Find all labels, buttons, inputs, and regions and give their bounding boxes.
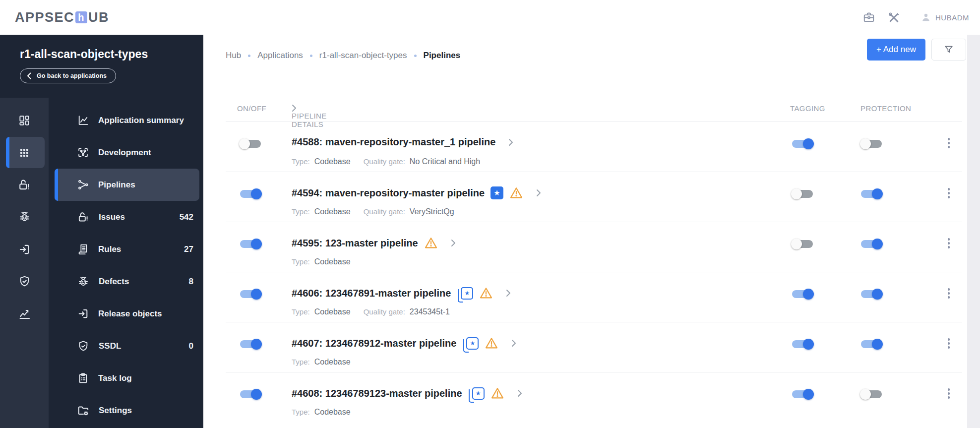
sidebar-item-label: Pipelines — [98, 180, 193, 190]
sidebar-item-application-summary[interactable]: Application summary — [55, 104, 199, 136]
pipeline-title[interactable]: #4595: 123-master pipeline — [292, 238, 418, 249]
breadcrumb-dot-icon — [310, 55, 312, 57]
sidebar-item-defects[interactable]: Defects 8 — [55, 265, 199, 298]
tagging-toggle[interactable] — [792, 240, 813, 248]
sidebar-item-rules[interactable]: Rules 27 — [55, 233, 199, 265]
pipeline-title[interactable]: #4608: 12346789123-master pipeline — [292, 388, 462, 399]
chart-line-icon — [77, 114, 89, 126]
pipeline-row: #4606: 123467891-master pipeline ★ Type:… — [226, 272, 962, 322]
tools-icon[interactable] — [887, 11, 901, 24]
bug-icon — [77, 275, 90, 288]
pipeline-enabled-toggle[interactable] — [240, 390, 261, 398]
tagging-toggle[interactable] — [792, 190, 813, 198]
chevron-right-icon — [292, 104, 297, 112]
chevron-right-icon[interactable] — [506, 289, 511, 297]
breadcrumb-application-name[interactable]: r1-all-scan-object-types — [319, 51, 407, 61]
row-menu-kebab-icon[interactable] — [945, 188, 953, 198]
pipeline-enabled-toggle[interactable] — [240, 140, 261, 148]
filter-button[interactable] — [931, 39, 966, 61]
rail-bug-icon[interactable] — [0, 201, 49, 233]
tagging-toggle[interactable] — [792, 140, 813, 148]
sidebar-item-release-objects[interactable]: Release objects — [55, 298, 199, 330]
type-label: Type: — [292, 408, 310, 416]
rail-release-icon[interactable] — [0, 233, 49, 265]
chevron-right-icon[interactable] — [511, 339, 516, 347]
user-menu[interactable]: HUBADM — [920, 12, 969, 23]
go-back-label: Go back to applications — [37, 72, 107, 79]
type-value: Codebase — [314, 207, 351, 216]
column-pipeline-details[interactable]: PIPELINE DETAILS — [292, 104, 297, 112]
rail-dashboard-icon[interactable] — [0, 104, 49, 136]
starred-stack-icon: ★ — [472, 387, 485, 400]
logo-h-icon: h — [75, 11, 87, 23]
warning-icon — [490, 387, 504, 400]
sidebar-item-issues[interactable]: Issues 542 — [55, 201, 199, 233]
type-label: Type: — [292, 157, 310, 166]
sidebar-item-development[interactable]: Development — [55, 136, 199, 169]
pipeline-enabled-toggle[interactable] — [240, 240, 261, 248]
app-logo: APPSEC h UB — [15, 10, 109, 25]
pipeline-title[interactable]: #4588: maven-repository-master_1 pipelin… — [292, 136, 495, 148]
sidebar-item-label: Issues — [99, 212, 180, 222]
breadcrumb-applications[interactable]: Applications — [257, 51, 303, 61]
protection-toggle[interactable] — [861, 340, 882, 348]
type-value: Codebase — [314, 408, 351, 417]
pipeline-enabled-toggle[interactable] — [240, 190, 261, 198]
chevron-right-icon[interactable] — [451, 239, 456, 247]
chevron-right-icon[interactable] — [508, 138, 513, 146]
pipeline-enabled-toggle[interactable] — [240, 290, 261, 298]
rail-applications-icon[interactable] — [0, 136, 49, 169]
main-content: Hub Applications r1-all-scan-object-type… — [203, 35, 980, 428]
breadcrumb: Hub Applications r1-all-scan-object-type… — [226, 45, 460, 66]
sidebar-item-ssdl[interactable]: SSDL 0 — [55, 330, 199, 362]
shield-check-icon — [77, 340, 90, 353]
tagging-toggle[interactable] — [792, 390, 813, 398]
tagging-toggle[interactable] — [792, 290, 813, 298]
pipeline-title[interactable]: #4607: 1234678912-master pipeline — [292, 338, 456, 349]
rail-lock-alert-icon[interactable] — [0, 169, 49, 201]
sidebar-item-label: Rules — [98, 245, 184, 254]
add-new-button[interactable]: + Add new — [867, 39, 925, 61]
protection-toggle[interactable] — [861, 140, 882, 148]
top-actions: HUBADM — [862, 11, 969, 24]
sidebar-item-count: 27 — [184, 245, 193, 254]
tagging-toggle[interactable] — [792, 340, 813, 348]
row-menu-kebab-icon[interactable] — [945, 338, 953, 349]
go-back-button[interactable]: Go back to applications — [20, 68, 116, 83]
row-menu-kebab-icon[interactable] — [945, 138, 953, 148]
pipeline-title[interactable]: #4606: 123467891-master pipeline — [292, 288, 451, 299]
scrollbar-track[interactable] — [967, 35, 980, 428]
protection-toggle[interactable] — [861, 290, 882, 298]
type-value: Codebase — [314, 157, 351, 166]
breadcrumb-hub[interactable]: Hub — [226, 51, 241, 61]
starred-stack-icon: ★ — [461, 287, 473, 300]
icon-rail — [0, 98, 49, 428]
quality-gate-value: No Critical and High — [410, 157, 480, 166]
protection-toggle[interactable] — [861, 240, 882, 248]
column-protection: PROTECTION — [860, 104, 911, 113]
row-menu-kebab-icon[interactable] — [945, 388, 953, 399]
sidebar-item-task-log[interactable]: Task log — [55, 362, 199, 394]
row-menu-kebab-icon[interactable] — [945, 288, 953, 299]
row-menu-kebab-icon[interactable] — [945, 238, 953, 248]
chevron-right-icon[interactable] — [536, 189, 541, 197]
quality-gate-value: 2345345t-1 — [410, 307, 450, 316]
chevron-right-icon[interactable] — [517, 389, 522, 397]
pipeline-enabled-toggle[interactable] — [240, 340, 261, 348]
pipeline-title[interactable]: #4594: maven-repository-master pipeline — [292, 187, 485, 199]
quality-gate-label: Quality gate: — [364, 307, 405, 316]
breadcrumb-pipelines: Pipelines — [424, 51, 461, 61]
protection-toggle[interactable] — [861, 390, 882, 398]
warning-icon — [485, 337, 498, 350]
rail-shield-check-icon[interactable] — [0, 265, 49, 298]
sidebar-header: r1-all-scan-object-types Go back to appl… — [0, 35, 203, 98]
sidebar-item-pipelines[interactable]: Pipelines — [55, 169, 199, 201]
protection-toggle[interactable] — [861, 190, 882, 198]
sidebar-item-label: SSDL — [99, 341, 189, 351]
logo-text-suffix: UB — [88, 10, 109, 25]
pipelines-table: ON/OFF PIPELINE DETAILS TAGGING PROTECTI… — [226, 97, 962, 422]
sidebar-item-settings[interactable]: Settings — [55, 394, 199, 427]
rail-analytics-icon[interactable] — [0, 298, 49, 330]
briefcase-icon[interactable] — [862, 11, 875, 24]
sidebar-menu: Application summary Development Pipeline… — [49, 98, 203, 428]
